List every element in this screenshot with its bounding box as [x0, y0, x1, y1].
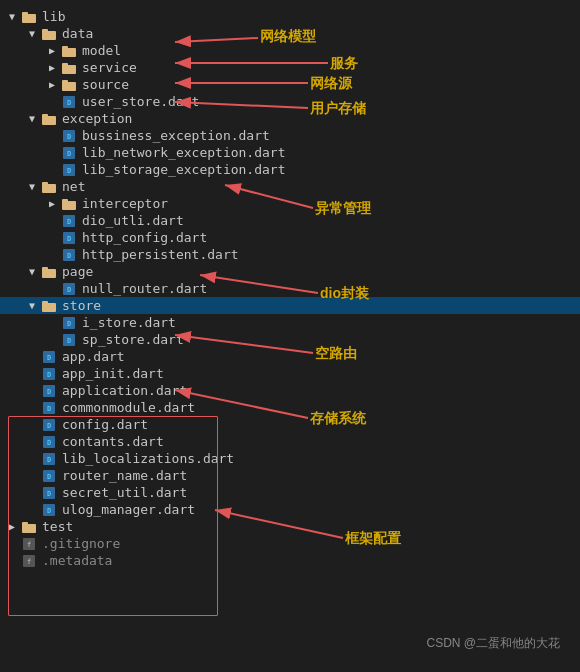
svg-text:D: D [67, 320, 71, 328]
svg-rect-7 [62, 63, 68, 67]
tree-item-http_config.dart[interactable]: Dhttp_config.dart [0, 229, 580, 246]
file-label-router_name.dart: router_name.dart [62, 468, 187, 483]
folder-arrow-data: ▼ [24, 28, 40, 39]
file-label-app.dart: app.dart [62, 349, 125, 364]
file-label-lib_network_exception.dart: lib_network_exception.dart [82, 145, 286, 160]
svg-text:D: D [47, 473, 51, 481]
file-icon-secret_util.dart: D [40, 486, 58, 500]
file-label-application.dart: application.dart [62, 383, 187, 398]
tree-item-http_persistent.dart[interactable]: Dhttp_persistent.dart [0, 246, 580, 263]
tree-item-commonmodule.dart[interactable]: Dcommonmodule.dart [0, 399, 580, 416]
tree-item-sp_store.dart[interactable]: Dsp_store.dart [0, 331, 580, 348]
svg-text:D: D [47, 439, 51, 447]
file-icon-lib_localizations.dart: D [40, 452, 58, 466]
svg-rect-9 [62, 80, 68, 84]
tree-item-user_store.dart[interactable]: Duser_store.dart [0, 93, 580, 110]
tree-item-secret_util.dart[interactable]: Dsecret_util.dart [0, 484, 580, 501]
file-icon-contants.dart: D [40, 435, 58, 449]
folder-label-net: net [62, 179, 85, 194]
tree-item-model[interactable]: ▶model [0, 42, 580, 59]
tree-item-page[interactable]: ▼page [0, 263, 580, 280]
file-label-.metadata: .metadata [42, 553, 112, 568]
tree-item-config.dart[interactable]: Dconfig.dart [0, 416, 580, 433]
tree-item-bussiness_exception.dart[interactable]: Dbussiness_exception.dart [0, 127, 580, 144]
file-label-secret_util.dart: secret_util.dart [62, 485, 187, 500]
tree-item-exception[interactable]: ▼exception [0, 110, 580, 127]
tree-item-lib_localizations.dart[interactable]: Dlib_localizations.dart [0, 450, 580, 467]
file-icon-lib_network_exception.dart: D [60, 146, 78, 160]
tree-item-dio_utli.dart[interactable]: Ddio_utli.dart [0, 212, 580, 229]
tree-item-application.dart[interactable]: Dapplication.dart [0, 382, 580, 399]
file-label-app_init.dart: app_init.dart [62, 366, 164, 381]
tree-item-contants.dart[interactable]: Dcontants.dart [0, 433, 580, 450]
folder-icon-model [60, 44, 78, 58]
svg-text:D: D [67, 99, 71, 107]
tree-item-ulog_manager.dart[interactable]: Dulog_manager.dart [0, 501, 580, 518]
folder-label-exception: exception [62, 111, 132, 126]
svg-text:D: D [67, 133, 71, 141]
folder-arrow-service: ▶ [44, 62, 60, 73]
file-label-commonmodule.dart: commonmodule.dart [62, 400, 195, 415]
tree-item-interceptor[interactable]: ▶interceptor [0, 195, 580, 212]
tree-item-net[interactable]: ▼net [0, 178, 580, 195]
folder-icon-data [40, 27, 58, 41]
svg-text:D: D [47, 507, 51, 515]
tree-item-data[interactable]: ▼data [0, 25, 580, 42]
tree-item-i_store.dart[interactable]: Di_store.dart [0, 314, 580, 331]
svg-rect-23 [62, 199, 68, 203]
tree-item-service[interactable]: ▶service [0, 59, 580, 76]
tree-item-app.dart[interactable]: Dapp.dart [0, 348, 580, 365]
tree-item-app_init.dart[interactable]: Dapp_init.dart [0, 365, 580, 382]
file-label-contants.dart: contants.dart [62, 434, 164, 449]
file-icon-application.dart: D [40, 384, 58, 398]
svg-text:D: D [67, 235, 71, 243]
file-label-.gitignore: .gitignore [42, 536, 120, 551]
file-label-sp_store.dart: sp_store.dart [82, 332, 184, 347]
tree-item-.metadata[interactable]: f.metadata [0, 552, 580, 569]
file-label-dio_utli.dart: dio_utli.dart [82, 213, 184, 228]
file-label-user_store.dart: user_store.dart [82, 94, 199, 109]
tree-item-null_router.dart[interactable]: Dnull_router.dart [0, 280, 580, 297]
svg-text:D: D [67, 167, 71, 175]
folder-label-interceptor: interceptor [82, 196, 168, 211]
svg-rect-3 [42, 29, 48, 33]
svg-text:D: D [47, 354, 51, 362]
svg-text:D: D [67, 218, 71, 226]
tree-item-store[interactable]: ▼store [0, 297, 580, 314]
folder-label-lib: lib [42, 9, 65, 24]
tree-item-lib_storage_exception.dart[interactable]: Dlib_storage_exception.dart [0, 161, 580, 178]
file-label-http_config.dart: http_config.dart [82, 230, 207, 245]
tree-item-test[interactable]: ▶test [0, 518, 580, 535]
file-icon-app_init.dart: D [40, 367, 58, 381]
file-label-i_store.dart: i_store.dart [82, 315, 176, 330]
file-label-lib_localizations.dart: lib_localizations.dart [62, 451, 234, 466]
svg-text:D: D [67, 150, 71, 158]
tree-item-router_name.dart[interactable]: Drouter_name.dart [0, 467, 580, 484]
svg-text:f: f [27, 541, 31, 549]
file-label-config.dart: config.dart [62, 417, 148, 432]
svg-rect-1 [22, 12, 28, 16]
file-label-lib_storage_exception.dart: lib_storage_exception.dart [82, 162, 286, 177]
folder-label-data: data [62, 26, 93, 41]
file-icon-http_config.dart: D [60, 231, 78, 245]
svg-text:D: D [67, 252, 71, 260]
folder-icon-test [20, 520, 38, 534]
file-label-null_router.dart: null_router.dart [82, 281, 207, 296]
file-icon-app.dart: D [40, 350, 58, 364]
file-icon-null_router.dart: D [60, 282, 78, 296]
folder-arrow-lib: ▼ [4, 11, 20, 22]
tree-item-lib_network_exception.dart[interactable]: Dlib_network_exception.dart [0, 144, 580, 161]
watermark: CSDN @二蛋和他的大花 [426, 635, 560, 652]
folder-arrow-source: ▶ [44, 79, 60, 90]
folder-arrow-interceptor: ▶ [44, 198, 60, 209]
folder-arrow-page: ▼ [24, 266, 40, 277]
folder-icon-exception [40, 112, 58, 126]
folder-icon-source [60, 78, 78, 92]
svg-text:f: f [27, 558, 31, 566]
tree-item-source[interactable]: ▶source [0, 76, 580, 93]
folder-label-test: test [42, 519, 73, 534]
file-icon-bussiness_exception.dart: D [60, 129, 78, 143]
tree-item-lib[interactable]: ▼lib [0, 8, 580, 25]
tree-item-.gitignore[interactable]: f.gitignore [0, 535, 580, 552]
file-tree: ▼lib▼data▶model▶service▶sourceDuser_stor… [0, 0, 580, 577]
